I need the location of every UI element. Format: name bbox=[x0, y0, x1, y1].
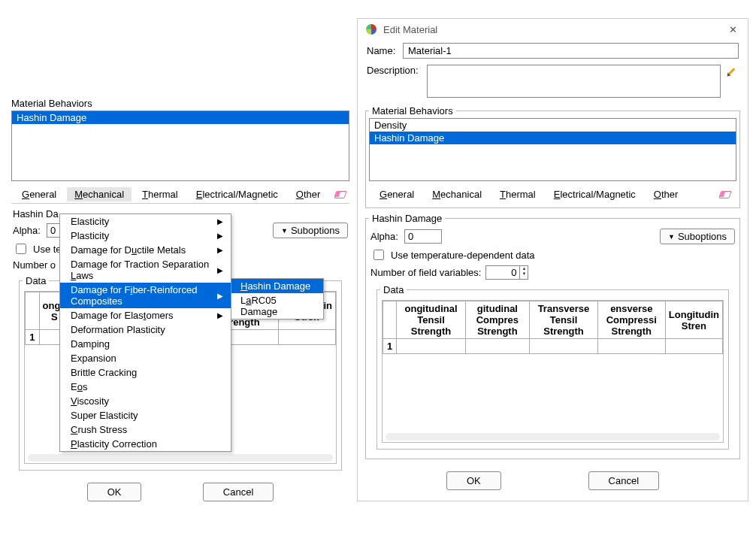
name-input[interactable] bbox=[403, 43, 739, 59]
name-row: Name: bbox=[358, 40, 748, 62]
edit-description-icon[interactable] bbox=[725, 65, 739, 78]
col-long-compressive[interactable]: gitudinal CompresStrength bbox=[465, 301, 530, 339]
use-temp-row: Use temperature-dependent data bbox=[370, 247, 735, 262]
spinner-up-icon[interactable]: ▲ bbox=[520, 266, 528, 271]
material-behaviors-group: Material Behaviors Density Hashin Damage… bbox=[365, 105, 740, 208]
name-label: Name: bbox=[367, 45, 403, 56]
behaviors-listbox[interactable]: Density Hashin Damage bbox=[369, 118, 736, 181]
suboptions-button[interactable]: ▼Suboptions bbox=[660, 229, 735, 244]
fiber-composites-submenu[interactable]: Hashin Damage LaRC05 Damage bbox=[231, 278, 324, 319]
ok-button[interactable]: OK bbox=[87, 483, 142, 501]
menu-general[interactable]: General bbox=[372, 187, 422, 201]
col-long-tensile[interactable]: ongitudinal TensilStrength bbox=[397, 301, 465, 339]
menu-damping[interactable]: Damping bbox=[60, 337, 231, 351]
col-long-shear[interactable]: LongitudinStren bbox=[665, 301, 722, 339]
num-field-vars-spinner[interactable]: ▲▼ bbox=[485, 265, 528, 280]
use-temperature-label: Use temperature-dependent data bbox=[391, 250, 535, 261]
suboptions-button[interactable]: ▼Suboptions bbox=[273, 223, 348, 238]
menu-viscosity[interactable]: Viscosity bbox=[60, 394, 231, 408]
menu-expansion[interactable]: Expansion bbox=[60, 351, 231, 365]
cancel-button[interactable]: Cancel bbox=[203, 483, 274, 501]
row-header-1: 1 bbox=[383, 339, 397, 354]
dialog-buttons: OK Cancel bbox=[11, 475, 349, 512]
num-field-vars-label: Number of field variables: bbox=[370, 267, 481, 278]
table-corner bbox=[26, 292, 40, 330]
spinner-down-icon[interactable]: ▼ bbox=[520, 271, 528, 277]
data-table[interactable]: ongitudinal TensilStrength gitudinal Com… bbox=[383, 301, 723, 354]
description-row: Description: bbox=[358, 62, 748, 101]
table-row[interactable]: 1 bbox=[383, 339, 723, 354]
hashin-damage-group: Hashin Damage Alpha: ▼Suboptions Use tem… bbox=[365, 213, 740, 459]
description-input[interactable] bbox=[427, 65, 721, 98]
menu-electrical[interactable]: Electrical/Magnetic bbox=[189, 187, 286, 201]
cell[interactable] bbox=[397, 339, 465, 354]
menu-plasticity[interactable]: Plasticity▶ bbox=[60, 229, 231, 243]
chevron-right-icon: ▶ bbox=[217, 292, 223, 300]
cell[interactable] bbox=[465, 339, 530, 354]
mechanical-dropdown[interactable]: Elasticity▶ Plasticity▶ Damage for Ducti… bbox=[59, 213, 231, 452]
menu-mechanical[interactable]: Mechanical bbox=[425, 187, 489, 201]
menu-damage-traction[interactable]: Damage for Traction Separation Laws▶ bbox=[60, 257, 231, 283]
menu-elasticity[interactable]: Elasticity▶ bbox=[60, 214, 231, 229]
close-icon[interactable]: ✕ bbox=[725, 24, 740, 35]
alpha-label: Alpha: bbox=[13, 225, 41, 236]
behaviors-listbox[interactable]: Hashin Damage bbox=[11, 111, 349, 181]
menu-mechanical[interactable]: Mechanical bbox=[67, 187, 132, 201]
cell[interactable] bbox=[597, 339, 665, 354]
chevron-down-icon: ▼ bbox=[668, 233, 675, 241]
hashin-damage-heading: Hashin Damage bbox=[369, 213, 445, 224]
table-corner bbox=[383, 301, 397, 339]
material-behaviors-label: Material Behaviors bbox=[11, 98, 349, 109]
dialog-title: Edit Material bbox=[383, 24, 725, 35]
menu-crush-stress[interactable]: Crush Stress bbox=[60, 422, 231, 437]
behavior-item-hashin[interactable]: Hashin Damage bbox=[12, 111, 349, 124]
alpha-input[interactable] bbox=[404, 229, 442, 244]
use-temperature-checkbox[interactable] bbox=[16, 244, 26, 254]
chevron-right-icon: ▶ bbox=[217, 311, 223, 319]
data-group: Data ongitudinal TensilStrength gitudina… bbox=[376, 284, 729, 450]
data-table-container[interactable]: ongitudinal TensilStrength gitudinal Com… bbox=[382, 300, 724, 443]
menu-thermal[interactable]: Thermal bbox=[135, 187, 186, 201]
ok-button[interactable]: OK bbox=[446, 471, 501, 490]
menu-deformation-plasticity[interactable]: Deformation Plasticity bbox=[60, 322, 231, 337]
menu-other[interactable]: Other bbox=[289, 187, 328, 201]
chevron-right-icon: ▶ bbox=[217, 217, 223, 226]
cell[interactable] bbox=[530, 339, 598, 354]
behavior-item-density[interactable]: Density bbox=[370, 119, 736, 132]
delete-behavior-icon[interactable] bbox=[334, 188, 346, 201]
scrollbar-horizontal[interactable] bbox=[386, 433, 720, 441]
num-field-vars-label: Number o bbox=[13, 259, 65, 271]
behavior-item-hashin[interactable]: Hashin Damage bbox=[370, 132, 736, 144]
cell[interactable] bbox=[278, 330, 335, 345]
menu-other[interactable]: Other bbox=[646, 187, 686, 201]
cancel-button[interactable]: Cancel bbox=[588, 471, 659, 490]
delete-behavior-icon[interactable] bbox=[718, 188, 733, 201]
data-legend: Data bbox=[380, 284, 407, 295]
menu-eos[interactable]: Eos bbox=[60, 380, 231, 394]
menu-electrical[interactable]: Electrical/Magnetic bbox=[546, 187, 643, 201]
submenu-hashin-damage[interactable]: Hashin Damage bbox=[231, 279, 323, 293]
num-field-vars-row: Number of field variables: ▲▼ bbox=[370, 265, 735, 280]
titlebar: Edit Material ✕ bbox=[358, 19, 748, 40]
submenu-larc05-damage[interactable]: LaRC05 Damage bbox=[231, 293, 323, 319]
menu-damage-fiber[interactable]: Damage for Fiber-Reinforced Composites▶ bbox=[60, 283, 231, 308]
scrollbar-horizontal[interactable] bbox=[28, 454, 333, 462]
edit-material-dialog: Edit Material ✕ Name: Description: Mater… bbox=[357, 18, 748, 501]
row-header-1: 1 bbox=[26, 330, 40, 345]
num-field-vars-input[interactable] bbox=[486, 266, 519, 279]
menu-brittle-cracking[interactable]: Brittle Cracking bbox=[60, 365, 231, 380]
col-trans-compressive[interactable]: ensverse CompressiStrength bbox=[597, 301, 665, 339]
use-temperature-checkbox[interactable] bbox=[373, 250, 384, 260]
menu-super-elasticity[interactable]: Super Elasticity bbox=[60, 408, 231, 422]
alpha-label: Alpha: bbox=[370, 231, 398, 242]
col-trans-tensile[interactable]: Transverse TensilStrength bbox=[530, 301, 598, 339]
description-label: Description: bbox=[367, 65, 427, 76]
menu-damage-elastomers[interactable]: Damage for Elastomers▶ bbox=[60, 308, 231, 322]
cell[interactable] bbox=[665, 339, 722, 354]
menu-thermal[interactable]: Thermal bbox=[492, 187, 543, 201]
alpha-row: Alpha: ▼Suboptions bbox=[370, 229, 735, 244]
menu-general[interactable]: General bbox=[14, 187, 64, 201]
material-menubar: General Mechanical Thermal Electrical/Ma… bbox=[369, 186, 736, 203]
menu-damage-ductile[interactable]: Damage for Ductile Metals▶ bbox=[60, 243, 231, 257]
menu-plasticity-correction[interactable]: Plasticity Correction bbox=[60, 437, 231, 451]
